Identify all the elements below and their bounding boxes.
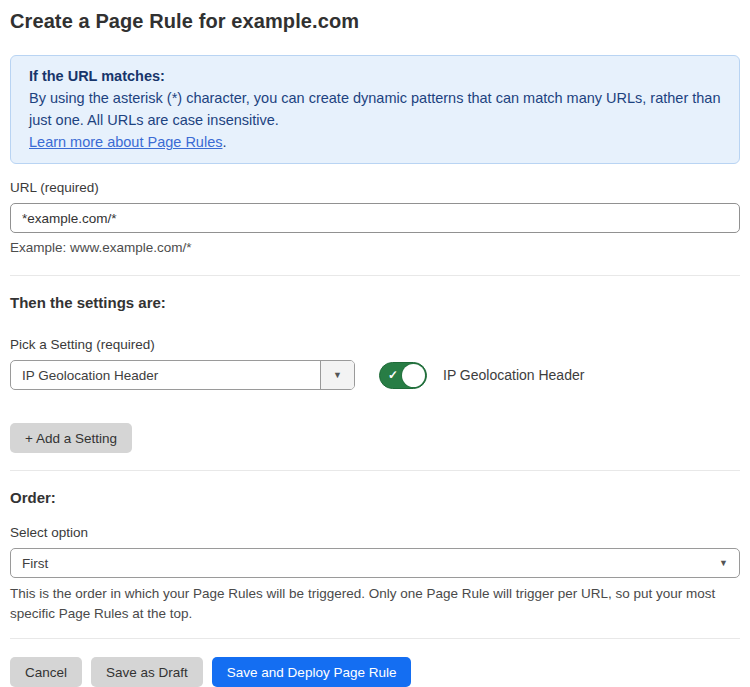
pick-setting-label: Pick a Setting (required) [10,337,740,352]
url-example-helper: Example: www.example.com/* [10,240,740,255]
link-period: . [222,134,226,150]
page-title: Create a Page Rule for example.com [10,10,740,33]
save-draft-button[interactable]: Save as Draft [91,657,203,687]
cancel-button[interactable]: Cancel [10,657,82,687]
divider [10,470,740,471]
chevron-down-icon: ▼ [333,370,342,380]
url-field-label: URL (required) [10,180,740,195]
chevron-down-icon: ▼ [719,558,728,568]
footer-actions: Cancel Save as Draft Save and Deploy Pag… [10,657,740,687]
divider [10,275,740,276]
order-section-heading: Order: [10,489,740,506]
add-setting-button[interactable]: + Add a Setting [10,423,132,453]
toggle-knob [402,364,425,387]
order-select-value: First [22,556,48,571]
learn-more-link[interactable]: Learn more about Page Rules [29,134,222,150]
setting-combobox[interactable]: IP Geolocation Header ▼ [10,360,355,390]
ip-geolocation-toggle[interactable]: ✓ [379,362,427,389]
info-box-body: By using the asterisk (*) character, you… [29,87,721,131]
setting-row: IP Geolocation Header ▼ ✓ IP Geolocation… [10,360,740,390]
settings-section-heading: Then the settings are: [10,294,740,311]
url-input[interactable] [10,203,740,233]
order-helper-text: This is the order in which your Page Rul… [10,584,740,624]
setting-combobox-value: IP Geolocation Header [11,361,320,389]
info-box-heading: If the URL matches: [29,65,721,87]
setting-combobox-dropdown-button[interactable]: ▼ [320,361,354,389]
page-rule-form: Create a Page Rule for example.com If th… [0,0,750,687]
toggle-label: IP Geolocation Header [443,367,584,383]
check-icon: ✓ [388,369,398,381]
info-box-link-line: Learn more about Page Rules. [29,131,721,153]
divider [10,638,740,639]
select-option-label: Select option [10,525,740,540]
save-deploy-button[interactable]: Save and Deploy Page Rule [212,657,412,687]
order-select[interactable]: First ▼ [10,548,740,578]
url-match-info-box: If the URL matches: By using the asteris… [10,55,740,164]
